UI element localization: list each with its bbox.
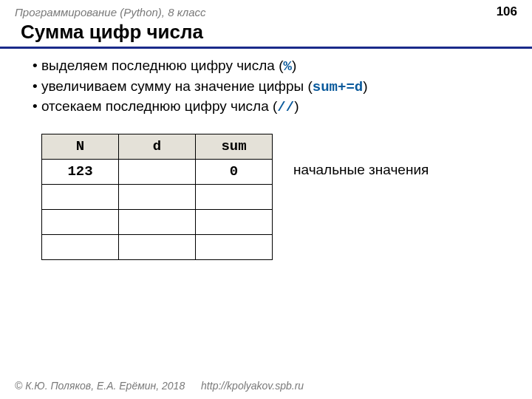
bullet-item: выделяем последнюю цифру числа (%)	[33, 56, 517, 77]
table-cell	[196, 234, 273, 259]
bullet-tail: )	[292, 58, 296, 73]
table-cell	[119, 209, 196, 234]
table-row	[42, 234, 273, 259]
table-header: d	[119, 134, 196, 159]
footer: © К.Ю. Поляков, Е.А. Ерёмин, 2018 http:/…	[15, 380, 304, 392]
course-title: Программирование (Python), 8 класс	[15, 6, 206, 18]
bullet-tail: )	[363, 78, 367, 94]
table-cell	[119, 234, 196, 259]
copyright: © К.Ю. Поляков, Е.А. Ерёмин, 2018	[15, 380, 185, 392]
page-number: 106	[497, 4, 517, 19]
table-section: N d sum 123 0 начальные значения	[0, 117, 532, 260]
bullet-code: %	[283, 58, 291, 75]
bullet-code: sum+=d	[313, 79, 363, 95]
table-row	[42, 209, 273, 234]
table-row: 123 0	[42, 159, 273, 184]
trace-table: N d sum 123 0	[41, 134, 273, 260]
bullet-list: выделяем последнюю цифру числа (%) увели…	[0, 56, 532, 117]
table-caption: начальные значения	[293, 134, 429, 178]
bullet-tail: )	[294, 98, 299, 114]
table-cell: 123	[42, 159, 119, 184]
bullet-code: //	[277, 99, 294, 115]
page-title: Сумма цифр числа	[0, 21, 532, 49]
bullet-item: увеличиваем сумму на значение цифры (sum…	[33, 77, 517, 98]
table-cell	[42, 209, 119, 234]
table-cell	[196, 209, 273, 234]
bullet-text: отсекаем последнюю цифру числа (	[41, 98, 277, 114]
footer-url: http://kpolyakov.spb.ru	[201, 380, 304, 392]
table-cell	[42, 184, 119, 209]
table-header-row: N d sum	[42, 134, 273, 159]
table-cell: 0	[196, 159, 273, 184]
table-cell	[119, 184, 196, 209]
header-bar: Программирование (Python), 8 класс 106	[0, 0, 532, 21]
table-row	[42, 184, 273, 209]
bullet-text: увеличиваем сумму на значение цифры (	[41, 78, 313, 94]
bullet-text: выделяем последнюю цифру числа (	[41, 58, 284, 73]
table-cell	[196, 184, 273, 209]
table-header: N	[42, 134, 119, 159]
table-cell	[119, 159, 196, 184]
bullet-item: отсекаем последнюю цифру числа (//)	[33, 97, 517, 117]
table-header: sum	[196, 134, 273, 159]
table-cell	[42, 234, 119, 259]
